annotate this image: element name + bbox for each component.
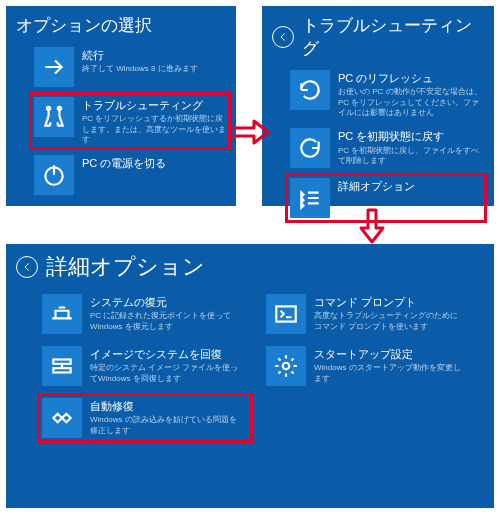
svg-rect-4	[53, 360, 70, 364]
panel-title: トラブルシューティング	[302, 14, 484, 60]
tile-label: トラブルシューティング	[82, 99, 226, 112]
tile-label: PC のリフレッシュ	[338, 72, 482, 85]
advanced-options-panel: 詳細オプション システムの復元 PC に記録された復元ポイントを使ってWindo…	[6, 244, 494, 508]
tile-label: PC を初期状態に戻す	[338, 130, 482, 143]
tile-auto-repair[interactable]: 自動修復 Windows の読み込みを妨げている問題を修正します	[40, 396, 250, 440]
tile-list: 続行 終了して Windows 8 に進みます トラブルシューティング PC を…	[6, 41, 236, 205]
refresh-icon	[290, 70, 330, 110]
tile-label: スタートアップ設定	[314, 348, 464, 361]
tile-list: PC のリフレッシュ お使いの PC の動作が不安定な場合は、PC をリフレッシ…	[262, 64, 494, 228]
tile-desc: Windows の読み込みを妨げている問題を修正します	[90, 415, 240, 436]
repair-icon	[42, 398, 82, 438]
arrow-left-icon	[277, 31, 289, 43]
tile-label: PC の電源を切る	[82, 157, 166, 170]
tile-desc: 特定のシステム イメージ ファイルを使ってWindows を回復します	[90, 363, 240, 384]
tile-desc: PC に記録された復元ポイントを使ってWindows を復元します	[90, 311, 240, 332]
tile-refresh[interactable]: PC のリフレッシュ お使いの PC の動作が不安定な場合は、PC をリフレッシ…	[288, 68, 484, 120]
tile-label: 続行	[82, 49, 198, 62]
tile-label: システムの復元	[90, 296, 240, 309]
terminal-icon	[266, 294, 306, 334]
back-button[interactable]	[16, 256, 38, 278]
tile-troubleshoot[interactable]: トラブルシューティング PC をリフレッシュするか初期状態に戻します。または、高…	[32, 95, 228, 147]
arrow-right-icon	[34, 47, 74, 87]
tile-label: イメージでシステムを回復	[90, 348, 240, 361]
restore-icon	[42, 294, 82, 334]
tile-startup-settings[interactable]: スタートアップ設定 Windows のスタートアップ動作を変更します	[264, 344, 474, 388]
tile-advanced[interactable]: 詳細オプション	[288, 176, 484, 220]
list-icon	[290, 178, 330, 218]
flow-arrow-down	[358, 208, 386, 246]
power-icon	[34, 155, 74, 195]
svg-rect-5	[53, 368, 70, 372]
tile-image-recovery[interactable]: イメージでシステムを回復 特定のシステム イメージ ファイルを使ってWindow…	[40, 344, 250, 388]
tile-label: コマンド プロンプト	[314, 296, 464, 309]
tile-desc: PC をリフレッシュするか初期状態に戻します。または、高度なツールを使います	[82, 114, 226, 145]
options-panel: オプションの選択 続行 終了して Windows 8 に進みます トラブルシュー…	[6, 6, 236, 206]
tile-reset[interactable]: PC を初期状態に戻す PC を初期状態に戻し、ファイルをすべて削除します	[288, 126, 484, 170]
tile-desc: Windows のスタートアップ動作を変更します	[314, 363, 464, 384]
tile-desc: 終了して Windows 8 に進みます	[82, 64, 198, 74]
tile-command-prompt[interactable]: コマンド プロンプト 高度なトラブルシューティングのためにコマンド プロンプトを…	[264, 292, 474, 336]
panel-title: オプションの選択	[16, 14, 152, 37]
disk-icon	[42, 346, 82, 386]
arrow-left-icon	[21, 261, 33, 273]
tile-shutdown[interactable]: PC の電源を切る	[32, 153, 228, 197]
tile-label: 詳細オプション	[338, 180, 415, 193]
svg-point-6	[283, 363, 290, 370]
tools-icon	[34, 97, 74, 137]
tile-label: 自動修復	[90, 400, 240, 413]
tile-continue[interactable]: 続行 終了して Windows 8 に進みます	[32, 45, 228, 89]
tile-desc: 高度なトラブルシューティングのためにコマンド プロンプトを使います	[314, 311, 464, 332]
back-button[interactable]	[272, 26, 294, 48]
reset-icon	[290, 128, 330, 168]
gear-icon	[266, 346, 306, 386]
flow-arrow-right	[228, 118, 272, 146]
tile-desc: お使いの PC の動作が不安定な場合は、PC をリフレッシュしてください。ファイ…	[338, 87, 482, 118]
svg-rect-3	[276, 306, 296, 321]
tile-desc: PC を初期状態に戻し、ファイルをすべて削除します	[338, 146, 482, 167]
panel-title: 詳細オプション	[46, 252, 205, 282]
tile-grid: システムの復元 PC に記録された復元ポイントを使ってWindows を復元しま…	[6, 286, 494, 448]
troubleshoot-panel: トラブルシューティング PC のリフレッシュ お使いの PC の動作が不安定な場…	[262, 6, 494, 206]
tile-system-restore[interactable]: システムの復元 PC に記録された復元ポイントを使ってWindows を復元しま…	[40, 292, 250, 336]
